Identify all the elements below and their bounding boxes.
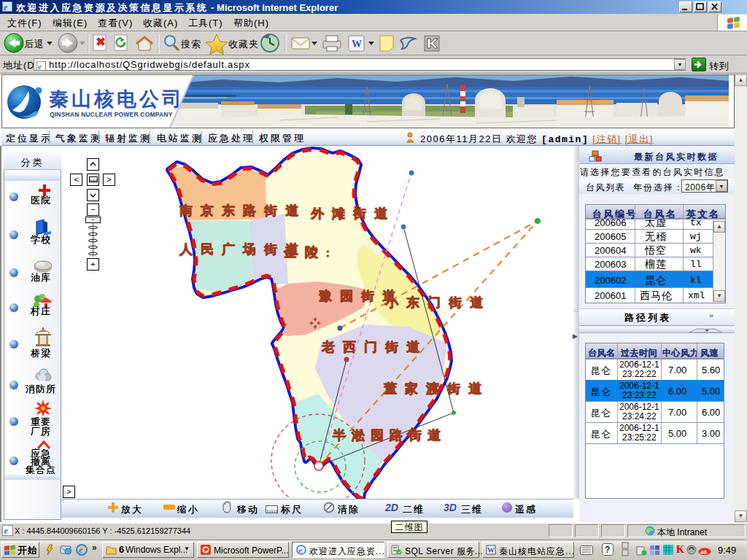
svg-text:南京东路街道: 南京东路街道 xyxy=(179,203,306,218)
svg-text:W: W xyxy=(487,546,495,554)
svg-text:金陵:: 金陵: xyxy=(283,245,330,260)
svg-text:半淞园路街道: 半淞园路街道 xyxy=(332,428,446,443)
svg-text:小东门街道: 小东门街道 xyxy=(384,295,491,310)
svg-text:?: ? xyxy=(605,545,610,555)
svg-text:e: e xyxy=(4,2,8,12)
svg-text:外滩街道: 外滩街道 xyxy=(310,206,395,221)
svg-text:董家渡街道: 董家渡街道 xyxy=(384,381,489,396)
svg-text:40: 40 xyxy=(700,549,707,556)
svg-text:QINSHAN NUCLEAR POWER COMPANY: QINSHAN NUCLEAR POWER COMPANY xyxy=(50,111,173,118)
svg-text:e: e xyxy=(79,545,83,555)
svg-text:e: e xyxy=(38,62,42,71)
svg-text:e: e xyxy=(299,545,303,554)
svg-text:老西门街道: 老西门街道 xyxy=(321,340,427,354)
svg-text:秦山核电公司: 秦山核电公司 xyxy=(49,88,185,110)
svg-text:e: e xyxy=(4,526,9,536)
svg-text:W: W xyxy=(352,39,362,50)
